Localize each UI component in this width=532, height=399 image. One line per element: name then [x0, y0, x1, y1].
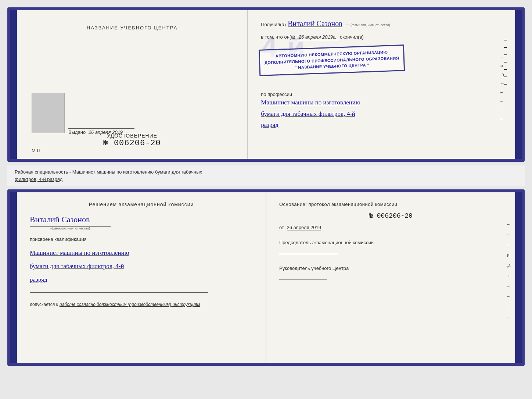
bottom-document: Решением экзаменационной комиссии Витали…	[7, 189, 525, 366]
commission-title: Решением экзаменационной комиссии	[30, 202, 253, 207]
rukovoditel-block: Руководитель учебного Центра	[279, 265, 502, 280]
qual-line3: разряд	[30, 274, 253, 286]
doc-spine-left	[10, 10, 17, 159]
mp-label: М.П.	[32, 148, 42, 153]
middle-caption: Рабочая специальность - Машинист машины …	[7, 165, 525, 186]
poluchil-line: Получил(а) Виталий Сазонов – (фамилия, и…	[261, 19, 502, 28]
prof-line2: бумаги для табачных фильтров, 4-й	[261, 108, 502, 120]
rukovoditel-title: Руководитель учебного Центра	[279, 265, 502, 272]
stamp: АВТОНОМНУЮ НЕКОММЕРЧЕСКУЮ ОРГАНИЗАЦИЮ ДО…	[259, 44, 405, 76]
bottom-right-page: Основание: протокол экзаменационной коми…	[266, 192, 515, 363]
doc-left-page: НАЗВАНИЕ УЧЕБНОГО ЦЕНТРА УДОСТОВЕРЕНИЕ №…	[17, 10, 248, 159]
udostoverenie-block: УДОСТОВЕРЕНИЕ № 006206-20	[104, 133, 161, 148]
doc-spine-right-top	[515, 10, 522, 159]
qual-line1: Машинист машины по изготовлению	[30, 247, 253, 259]
name-block-bottom: Виталий Сазонов (фамилия, имя, отчество)	[30, 213, 253, 231]
center-title: НАЗВАНИЕ УЧЕБНОГО ЦЕНТРА	[87, 25, 177, 31]
doc-number-top: № 006206-20	[104, 139, 161, 148]
dopuskaetsya: допускается к работе согласно должностны…	[30, 302, 253, 307]
prisvoena: присвоена квалификация	[30, 236, 253, 242]
ot-date: от 26 апреля 2019	[279, 225, 502, 230]
po-professii-block: по профессии Машинист машины по изготовл…	[261, 89, 502, 131]
predsedatel-block: Председатель экзаменационной комиссии	[279, 239, 502, 254]
predsedatel-title: Председатель экзаменационной комиссии	[279, 239, 502, 246]
qual-block: Машинист машины по изготовлению бумаги д…	[30, 246, 253, 286]
prof-line3: разряд	[261, 120, 502, 131]
bottom-left-page: Решением экзаменационной комиссии Витали…	[17, 192, 266, 363]
doc-spine-right-bottom	[515, 192, 522, 363]
name-handwritten-top: Виталий Сазонов	[288, 19, 342, 28]
page-container: НАЗВАНИЕ УЧЕБНОГО ЦЕНТРА УДОСТОВЕРЕНИЕ №…	[7, 7, 525, 366]
doc-spine-left-bottom	[10, 192, 17, 363]
osnovaniye-title: Основание: протокол экзаменационной коми…	[279, 202, 502, 207]
vydano-line: Выдано 26 апреля 2019	[68, 129, 240, 135]
protocol-number: № 006206-20	[279, 212, 502, 220]
photo-placeholder	[32, 93, 65, 133]
doc-right-page: Получил(а) Виталий Сазонов – (фамилия, и…	[248, 10, 515, 159]
middle-caption-underline: фильтров, 4-й разряд	[15, 177, 62, 182]
qual-line2: бумаги для табачных фильтров, 4-й	[30, 260, 253, 272]
bottom-right-side-labels: – – – и ,а ← – – – –	[507, 222, 511, 320]
dopusk-text: работе согласно должностным (производств…	[60, 302, 200, 307]
prof-line1: Машинист машины по изготовлению	[261, 97, 502, 108]
top-document: НАЗВАНИЕ УЧЕБНОГО ЦЕНТРА УДОСТОВЕРЕНИЕ №…	[7, 7, 525, 162]
